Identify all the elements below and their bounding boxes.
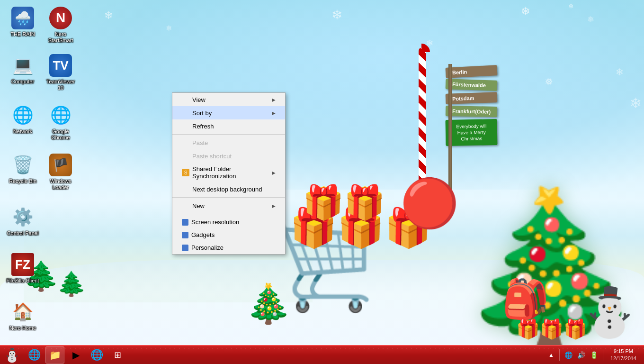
menu-item-next-desktop[interactable]: Next desktop background [172,182,285,196]
icon-network-label: Network [13,128,32,135]
show-hidden-icons[interactable]: ▲ [546,351,556,359]
menu-refresh-content: Refresh [182,122,276,130]
menu-new-label: New [192,202,205,209]
icon-recycle[interactable]: 🗑️ Recycle Bin [4,152,42,186]
snowflake-2: ❄ [166,24,172,33]
menu-next-desktop-content: Next desktop background [182,185,276,193]
tray-sound-icon[interactable]: 🔊 [576,350,587,360]
icon-control[interactable]: ⚙️ Control Panel [4,204,42,238]
icon-nero-label: Nero StartSmart [44,31,78,44]
icon-teamviewer-label: TeamViewer 10 [44,79,78,91]
signpost-area: Berlin Fürstenwalde Potsdam Frankfurt(Od… [446,66,497,146]
icon-nerohome[interactable]: 🏠 Nero Home [4,299,42,333]
icon-network[interactable]: 🌐 Network [4,102,42,136]
menu-sort-arrow: ▶ [272,110,276,116]
menu-personalize-icon [182,245,188,251]
snowflake-9: ❅ [587,14,594,25]
icon-computer[interactable]: 💻 Computer [4,52,42,87]
menu-view-icon [182,96,189,103]
taskbar-btn-chrome[interactable]: 🌐 [87,346,106,364]
icon-nerohome-label: Nero Home [9,325,36,331]
menu-item-screen-resolution[interactable]: Screen resolution [172,216,285,228]
menu-view-label: View [192,96,206,103]
bg-tree-left2: 🌲 [57,270,86,298]
menu-paste-shortcut-icon [182,152,189,160]
snowflake-8: ❄ [630,95,642,111]
menu-separator-3 [172,214,285,214]
menu-item-paste: Paste [172,136,285,149]
ie-icon: 🌐 [28,349,41,361]
sign-furstenwalde: Fürstenwalde [445,79,497,91]
taskbar-btn-ie[interactable]: 🌐 [25,346,44,364]
start-button[interactable]: ⛄ [0,346,24,364]
desktop: ❄ ❄ ❄ ❄ ❄ ❄ ❄ ❄ ❅ ❅ 🌲 🌲 Berlin Fürstenwa… [0,0,644,364]
menu-gadgets-content: Gadgets [182,231,276,238]
icon-teamviewer[interactable]: TV TeamViewer 10 [42,52,80,93]
menu-next-desktop-label: Next desktop background [192,186,262,193]
sign-frankfurt: Frankfurt(Oder) [446,106,498,117]
menu-next-desktop-icon [182,185,189,193]
icon-filezilla[interactable]: FZ FileZilla Client [4,251,42,286]
icon-filezilla-label: FileZilla Client [6,278,39,284]
icon-nerohome-image: 🏠 [11,300,34,323]
tray-battery-icon[interactable]: 🔋 [589,350,599,360]
taskbar-btn-folder[interactable]: 📁 [45,346,64,364]
menu-sort-content: Sort by [182,109,272,117]
menu-paste-shortcut-label: Paste shortcut [192,153,232,160]
tray-date: 12/17/2014 [610,355,636,362]
tray-clock[interactable]: 9:15 PM 12/17/2014 [607,348,640,363]
menu-gadgets-label: Gadgets [191,231,215,238]
gifts-pile2: 🎁🎁 [303,183,385,222]
snowflake-6: ❄ [616,66,624,78]
sky-glow [0,0,644,190]
icon-rain[interactable]: 🌧️ THE RAIN [4,5,42,39]
tray-separator-1 [559,349,560,361]
menu-shared-arrow: ▶ [272,170,276,175]
taskbar-btn-desktop[interactable]: ⊞ [108,346,127,364]
icon-control-image: ⚙️ [11,206,34,228]
icon-rain-image: 🌧️ [11,7,34,29]
icon-chrome[interactable]: 🌐 Google Chrome [42,102,80,143]
snowflake-7: ❄ [568,2,574,10]
menu-item-new[interactable]: New ▶ [172,199,285,212]
desktop-icon-taskbar: ⊞ [114,350,121,360]
icon-computer-image: 💻 [11,54,34,77]
snowflake-3: ❄ [331,7,342,23]
icon-nero[interactable]: N Nero StartSmart [42,5,80,46]
snowflake-1: ❄ [104,9,113,22]
icon-chrome-label: Google Chrome [44,128,78,141]
icon-filezilla-image: FZ [11,253,34,276]
snowman: ⛄ [580,284,639,340]
menu-item-shared-folder[interactable]: S Shared Folder Synchronization ▶ [172,163,285,182]
icon-teamviewer-image: TV [49,54,72,77]
menu-gadgets-icon [182,232,188,238]
system-tray: ▲ 🌐 🔊 🔋 9:15 PM 12/17/2014 [543,346,644,364]
menu-item-refresh[interactable]: Refresh [172,119,285,133]
icon-rain-label: THE RAIN [10,31,35,37]
tray-time: 9:15 PM [610,348,636,355]
menu-shared-icon: S [182,169,189,176]
menu-paste-shortcut-content: Paste shortcut [182,152,276,160]
menu-item-sort-by[interactable]: Sort by ▶ [172,106,285,119]
icon-winloader[interactable]: 🏴 Windows Loader [42,152,80,192]
context-menu: View ▶ Sort by ▶ Refresh Paste [172,92,286,255]
menu-paste-label: Paste [192,139,208,146]
taskbar-btn-media[interactable]: ▶ [66,346,85,364]
tray-network-icon[interactable]: 🌐 [563,350,574,360]
menu-separator-2 [172,197,285,198]
santa-bag: 🎒 [502,277,549,321]
icon-nero-image: N [49,7,72,29]
menu-item-paste-shortcut: Paste shortcut [172,149,285,163]
icon-recycle-image: 🗑️ [11,154,34,176]
menu-new-arrow: ▶ [272,203,276,209]
menu-personalize-content: Personalize [182,244,276,251]
menu-refresh-icon [182,122,189,130]
red-bauble: 🔴 [400,175,459,231]
menu-item-view[interactable]: View ▶ [172,93,285,106]
media-icon: ▶ [72,349,80,361]
sign-merry-christmas: Everybody willHave a MerryChristmas [445,119,497,146]
menu-screen-icon [182,219,188,226]
icon-chrome-image: 🌐 [49,104,72,127]
menu-item-personalize[interactable]: Personalize [172,241,285,254]
menu-item-gadgets[interactable]: Gadgets [172,228,285,241]
